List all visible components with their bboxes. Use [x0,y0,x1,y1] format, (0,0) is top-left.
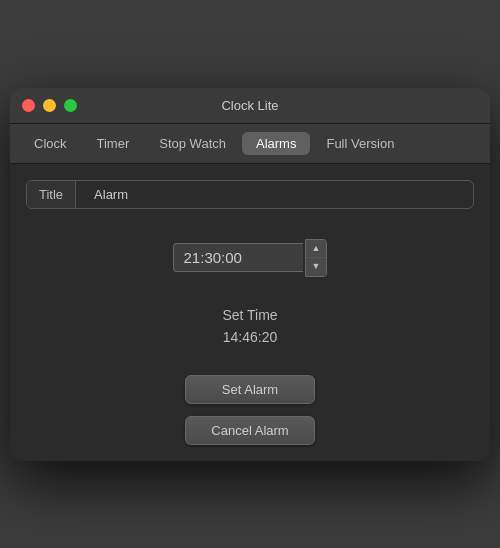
app-window: Clock Lite Clock Timer Stop Watch Alarms… [10,88,490,461]
set-time-section: Set Time 14:46:20 [26,307,474,345]
cancel-alarm-button[interactable]: Cancel Alarm [185,416,315,445]
buttons-section: Set Alarm Cancel Alarm [26,375,474,445]
window-controls [22,99,77,112]
tab-fullversion[interactable]: Full Version [312,132,408,155]
title-field-label: Title [27,181,76,208]
current-time-display: 14:46:20 [26,329,474,345]
tab-clock[interactable]: Clock [20,132,81,155]
tab-bar: Clock Timer Stop Watch Alarms Full Versi… [10,124,490,164]
time-picker-row: ▲ ▼ [26,239,474,277]
main-content: Title ▲ ▼ Set Time 14:46:20 Set Alarm Ca… [10,164,490,461]
alarm-title-input[interactable] [86,181,473,208]
alarm-time-input[interactable] [173,243,303,272]
tab-alarms[interactable]: Alarms [242,132,310,155]
alarm-title-row: Title [26,180,474,209]
tab-stopwatch[interactable]: Stop Watch [145,132,240,155]
time-input-wrap: ▲ ▼ [173,239,328,277]
stepper-down-button[interactable]: ▼ [306,258,327,276]
window-title: Clock Lite [221,98,278,113]
close-button[interactable] [22,99,35,112]
set-time-label: Set Time [26,307,474,323]
maximize-button[interactable] [64,99,77,112]
time-stepper: ▲ ▼ [305,239,328,277]
stepper-up-button[interactable]: ▲ [306,240,327,258]
minimize-button[interactable] [43,99,56,112]
tab-timer[interactable]: Timer [83,132,144,155]
titlebar: Clock Lite [10,88,490,124]
set-alarm-button[interactable]: Set Alarm [185,375,315,404]
